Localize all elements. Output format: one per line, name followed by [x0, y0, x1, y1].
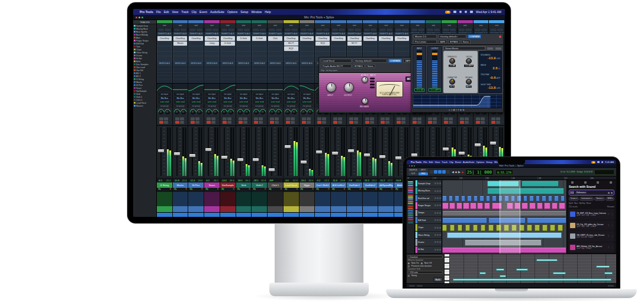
midi-note[interactable] [553, 272, 566, 274]
limiter-knob-character[interactable]: CHARACTER50 % [444, 72, 461, 92]
fader-cap[interactable] [443, 148, 449, 150]
reference-chip[interactable]: Reference [575, 191, 587, 194]
audio-clip[interactable] [492, 196, 497, 201]
audio-clip[interactable] [536, 196, 540, 201]
insert-slot[interactable] [157, 56, 172, 61]
wifi-icon[interactable] [459, 11, 462, 13]
m-button[interactable] [338, 117, 342, 120]
insert-slot[interactable]: Comp [205, 41, 219, 46]
send-slot[interactable] [205, 73, 219, 76]
fader-section[interactable] [188, 125, 204, 178]
insert-slot[interactable] [205, 52, 219, 56]
io-row[interactable]: auto read [269, 100, 282, 104]
clips-area[interactable] [442, 180, 566, 254]
record-button[interactable] [365, 121, 369, 124]
pan-knob[interactable] [254, 110, 259, 114]
m-button[interactable] [481, 117, 485, 120]
record-button[interactable] [270, 121, 274, 124]
status-chip[interactable] [409, 285, 415, 287]
menu-item-clip[interactable]: Clip [449, 161, 453, 164]
nudge-value[interactable]: Nudge 0|0|010 [577, 171, 593, 173]
send-slot[interactable] [268, 76, 282, 79]
mini-track[interactable] [408, 206, 413, 207]
pro-limiter-plugin-window[interactable]: Master 2.0 <factory default> COMPARE Pro… [411, 33, 504, 113]
io-button[interactable] [402, 28, 408, 31]
filter-chip-bpm[interactable]: BPM ▾ [606, 197, 614, 201]
send-slot[interactable] [205, 79, 219, 82]
io-row[interactable]: auto read [253, 100, 266, 104]
mixer-strip[interactable]: instINSERTS A-EChanStripSENDS A-Eno inpu… [157, 20, 173, 217]
send-slot[interactable] [237, 73, 251, 76]
audio-clip[interactable] [542, 225, 547, 230]
s-button[interactable] [333, 117, 337, 120]
insert-slot[interactable]: ChanStrip [379, 36, 393, 41]
fader-cap[interactable] [158, 149, 164, 152]
a-button[interactable] [211, 121, 215, 124]
pan-knob[interactable] [191, 110, 195, 114]
fader-cap[interactable] [490, 142, 496, 145]
audio-clip[interactable] [479, 196, 484, 201]
limiter-track-selector[interactable]: Master 2.0 [413, 34, 437, 39]
fader-cap[interactable] [301, 161, 307, 164]
midi-note[interactable] [479, 272, 486, 274]
menu-item-window[interactable]: Window [251, 10, 262, 14]
record-button[interactable] [239, 121, 243, 124]
record-button[interactable] [434, 227, 436, 229]
send-slot[interactable] [173, 73, 188, 76]
knob[interactable] [449, 79, 455, 85]
mc77-key-input-label[interactable]: no key input [326, 69, 337, 72]
main-counter[interactable]: 25| 1| 000 [465, 169, 494, 175]
audio-clip[interactable] [470, 203, 476, 209]
midi-note[interactable] [596, 265, 610, 268]
send-slot[interactable] [284, 76, 298, 79]
m-button[interactable] [401, 117, 405, 120]
record-button[interactable] [302, 121, 306, 124]
insert-slot[interactable] [379, 46, 393, 51]
record-button[interactable] [286, 121, 290, 124]
insert-slot[interactable]: ChanStrip [347, 36, 362, 41]
audio-clip[interactable] [442, 196, 447, 201]
recording-indicator[interactable] [591, 161, 595, 164]
insert-slot[interactable] [379, 52, 393, 56]
s-button[interactable] [365, 117, 369, 120]
insert-slot[interactable] [237, 41, 251, 46]
favorite-icon[interactable]: ♡ [607, 246, 610, 249]
menubar-clock[interactable]: Wed Apr 1 9:41 AM [476, 10, 501, 14]
pan-knob[interactable] [175, 110, 179, 114]
tiny-button[interactable] [370, 84, 375, 85]
s-button[interactable] [349, 117, 353, 120]
audio-clip[interactable] [527, 225, 532, 230]
io-button[interactable] [427, 28, 433, 31]
mc77-release-knob[interactable] [362, 98, 368, 104]
pan-knob[interactable] [301, 110, 306, 114]
send-slot[interactable] [268, 69, 282, 72]
insert-slot[interactable] [157, 52, 172, 56]
mute-button[interactable] [439, 241, 441, 243]
menu-item-options[interactable]: Options [227, 10, 237, 14]
mc77-group-label[interactable]: Grp [321, 69, 324, 72]
strip-name-plate[interactable]: dblSpeedMg [378, 182, 394, 188]
send-slot[interactable] [221, 73, 235, 76]
send-slot[interactable] [300, 73, 314, 76]
audio-clip[interactable] [554, 196, 559, 201]
io-row[interactable]: auto read [205, 100, 218, 104]
insert-slot[interactable] [189, 46, 203, 51]
record-button[interactable] [434, 197, 436, 199]
io-row[interactable]: Mix Bus [174, 97, 187, 100]
audio-clip[interactable] [559, 203, 565, 209]
io-button[interactable] [307, 28, 313, 31]
audio-clip[interactable] [465, 225, 470, 230]
record-button[interactable] [333, 121, 337, 124]
record-button[interactable] [159, 121, 163, 124]
menu-item-event[interactable]: Event [455, 161, 461, 164]
filename-column-header[interactable]: Filename [607, 206, 614, 208]
mini-track[interactable] [408, 188, 413, 190]
strip-name-plate[interactable]: Click 1 [268, 182, 283, 188]
track-header[interactable]: Sample Drop [415, 180, 442, 187]
send-slot[interactable] [221, 69, 235, 72]
insert-slot[interactable] [237, 46, 251, 51]
mixer-strip[interactable]: instINSERTS A-EChanStripEQ3SENDS A-Eno i… [315, 20, 331, 217]
io-row[interactable]: auto read [301, 100, 314, 104]
io-row[interactable]: auto read [237, 100, 250, 104]
io-button[interactable] [323, 28, 329, 31]
